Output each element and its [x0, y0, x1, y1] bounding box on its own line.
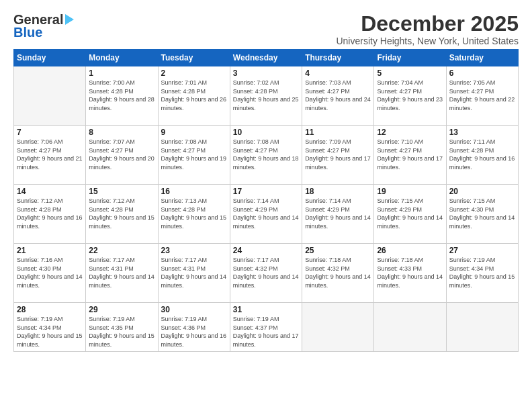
- calendar-cell: 10Sunrise: 7:08 AMSunset: 4:27 PMDayligh…: [230, 126, 302, 185]
- calendar-week-row: 14Sunrise: 7:12 AMSunset: 4:28 PMDayligh…: [14, 185, 519, 244]
- calendar-cell: [14, 66, 86, 126]
- header-sunday: Sunday: [14, 50, 86, 66]
- day-number: 15: [89, 187, 154, 196]
- day-info: Sunrise: 7:08 AMSunset: 4:27 PMDaylight:…: [233, 138, 299, 171]
- day-info: Sunrise: 7:19 AMSunset: 4:34 PMDaylight:…: [449, 256, 515, 289]
- calendar-cell: [446, 303, 518, 351]
- calendar-cell: 14Sunrise: 7:12 AMSunset: 4:28 PMDayligh…: [14, 185, 86, 244]
- day-number: 9: [161, 128, 227, 137]
- calendar-cell: 6Sunrise: 7:05 AMSunset: 4:27 PMDaylight…: [446, 66, 518, 126]
- calendar-header-row: Sunday Monday Tuesday Wednesday Thursday…: [14, 50, 519, 66]
- day-number: 28: [17, 305, 83, 314]
- calendar-cell: 25Sunrise: 7:18 AMSunset: 4:32 PMDayligh…: [302, 244, 374, 303]
- header: General Blue December 2025 University He…: [13, 12, 519, 46]
- page-subtitle: University Heights, New York, United Sta…: [336, 36, 519, 46]
- calendar-cell: 28Sunrise: 7:19 AMSunset: 4:34 PMDayligh…: [14, 303, 86, 351]
- calendar-cell: 1Sunrise: 7:00 AMSunset: 4:28 PMDaylight…: [86, 66, 158, 126]
- calendar-cell: 12Sunrise: 7:10 AMSunset: 4:27 PMDayligh…: [374, 126, 446, 185]
- calendar-cell: 27Sunrise: 7:19 AMSunset: 4:34 PMDayligh…: [446, 244, 518, 303]
- calendar-cell: 23Sunrise: 7:17 AMSunset: 4:31 PMDayligh…: [158, 244, 230, 303]
- day-number: 30: [161, 305, 227, 314]
- calendar-cell: 4Sunrise: 7:03 AMSunset: 4:27 PMDaylight…: [302, 66, 374, 126]
- calendar-cell: 20Sunrise: 7:15 AMSunset: 4:30 PMDayligh…: [446, 185, 518, 244]
- calendar-cell: 11Sunrise: 7:09 AMSunset: 4:27 PMDayligh…: [302, 126, 374, 185]
- day-info: Sunrise: 7:17 AMSunset: 4:31 PMDaylight:…: [161, 256, 227, 289]
- day-number: 16: [161, 187, 227, 196]
- day-number: 19: [377, 187, 443, 196]
- day-number: 5: [377, 68, 443, 78]
- calendar-cell: 31Sunrise: 7:19 AMSunset: 4:37 PMDayligh…: [230, 303, 302, 351]
- day-info: Sunrise: 7:19 AMSunset: 4:37 PMDaylight:…: [233, 315, 299, 349]
- day-number: 31: [233, 305, 299, 314]
- calendar-cell: 26Sunrise: 7:18 AMSunset: 4:33 PMDayligh…: [374, 244, 446, 303]
- logo: General Blue: [13, 12, 74, 40]
- day-number: 8: [89, 128, 154, 137]
- calendar-week-row: 21Sunrise: 7:16 AMSunset: 4:30 PMDayligh…: [14, 244, 519, 303]
- calendar-cell: [302, 303, 374, 351]
- day-number: 22: [89, 246, 154, 255]
- day-info: Sunrise: 7:12 AMSunset: 4:28 PMDaylight:…: [17, 197, 83, 230]
- day-info: Sunrise: 7:01 AMSunset: 4:28 PMDaylight:…: [161, 79, 227, 112]
- logo-arrow-icon: [65, 14, 74, 25]
- calendar-cell: 13Sunrise: 7:11 AMSunset: 4:28 PMDayligh…: [446, 126, 518, 185]
- logo-text-blue: Blue: [13, 25, 42, 40]
- day-info: Sunrise: 7:05 AMSunset: 4:27 PMDaylight:…: [449, 79, 515, 112]
- day-number: 1: [89, 68, 154, 78]
- day-number: 18: [305, 187, 371, 196]
- header-tuesday: Tuesday: [158, 50, 230, 66]
- header-wednesday: Wednesday: [230, 50, 302, 66]
- calendar-cell: 30Sunrise: 7:19 AMSunset: 4:36 PMDayligh…: [158, 303, 230, 351]
- day-number: 6: [449, 68, 515, 78]
- calendar-cell: 16Sunrise: 7:13 AMSunset: 4:28 PMDayligh…: [158, 185, 230, 244]
- day-info: Sunrise: 7:19 AMSunset: 4:35 PMDaylight:…: [89, 315, 154, 349]
- day-info: Sunrise: 7:09 AMSunset: 4:27 PMDaylight:…: [305, 138, 371, 171]
- day-number: 10: [233, 128, 299, 137]
- day-number: 3: [233, 68, 299, 78]
- header-saturday: Saturday: [446, 50, 518, 66]
- day-info: Sunrise: 7:14 AMSunset: 4:29 PMDaylight:…: [233, 197, 299, 230]
- calendar-cell: 17Sunrise: 7:14 AMSunset: 4:29 PMDayligh…: [230, 185, 302, 244]
- calendar-cell: 15Sunrise: 7:12 AMSunset: 4:28 PMDayligh…: [86, 185, 158, 244]
- title-block: December 2025 University Heights, New Yo…: [336, 12, 519, 46]
- day-number: 13: [449, 128, 515, 137]
- day-number: 29: [89, 305, 154, 314]
- day-number: 12: [377, 128, 443, 137]
- calendar-cell: [374, 303, 446, 351]
- day-number: 25: [305, 246, 371, 255]
- day-number: 14: [17, 187, 83, 196]
- day-number: 17: [233, 187, 299, 196]
- calendar-cell: 3Sunrise: 7:02 AMSunset: 4:28 PMDaylight…: [230, 66, 302, 126]
- calendar-table: Sunday Monday Tuesday Wednesday Thursday…: [13, 49, 519, 351]
- header-friday: Friday: [374, 50, 446, 66]
- day-info: Sunrise: 7:03 AMSunset: 4:27 PMDaylight:…: [305, 79, 371, 112]
- day-info: Sunrise: 7:06 AMSunset: 4:27 PMDaylight:…: [17, 138, 83, 171]
- page: General Blue December 2025 University He…: [0, 0, 532, 411]
- calendar-week-row: 1Sunrise: 7:00 AMSunset: 4:28 PMDaylight…: [14, 66, 519, 126]
- day-info: Sunrise: 7:17 AMSunset: 4:32 PMDaylight:…: [233, 256, 299, 289]
- day-info: Sunrise: 7:00 AMSunset: 4:28 PMDaylight:…: [89, 79, 154, 112]
- day-number: 24: [233, 246, 299, 255]
- day-info: Sunrise: 7:14 AMSunset: 4:29 PMDaylight:…: [305, 197, 371, 230]
- calendar-cell: 7Sunrise: 7:06 AMSunset: 4:27 PMDaylight…: [14, 126, 86, 185]
- day-number: 7: [17, 128, 83, 137]
- day-info: Sunrise: 7:19 AMSunset: 4:36 PMDaylight:…: [161, 315, 227, 349]
- day-info: Sunrise: 7:11 AMSunset: 4:28 PMDaylight:…: [449, 138, 515, 171]
- day-info: Sunrise: 7:15 AMSunset: 4:29 PMDaylight:…: [377, 197, 443, 230]
- day-number: 20: [449, 187, 515, 196]
- day-info: Sunrise: 7:15 AMSunset: 4:30 PMDaylight:…: [449, 197, 515, 230]
- day-info: Sunrise: 7:19 AMSunset: 4:34 PMDaylight:…: [17, 315, 83, 349]
- calendar-cell: 2Sunrise: 7:01 AMSunset: 4:28 PMDaylight…: [158, 66, 230, 126]
- day-number: 4: [305, 68, 371, 78]
- day-info: Sunrise: 7:08 AMSunset: 4:27 PMDaylight:…: [161, 138, 227, 171]
- calendar-cell: 8Sunrise: 7:07 AMSunset: 4:27 PMDaylight…: [86, 126, 158, 185]
- calendar-cell: 9Sunrise: 7:08 AMSunset: 4:27 PMDaylight…: [158, 126, 230, 185]
- calendar-cell: 5Sunrise: 7:04 AMSunset: 4:27 PMDaylight…: [374, 66, 446, 126]
- calendar-cell: 21Sunrise: 7:16 AMSunset: 4:30 PMDayligh…: [14, 244, 86, 303]
- day-info: Sunrise: 7:04 AMSunset: 4:27 PMDaylight:…: [377, 79, 443, 112]
- calendar-cell: 22Sunrise: 7:17 AMSunset: 4:31 PMDayligh…: [86, 244, 158, 303]
- calendar-cell: 24Sunrise: 7:17 AMSunset: 4:32 PMDayligh…: [230, 244, 302, 303]
- calendar-cell: 29Sunrise: 7:19 AMSunset: 4:35 PMDayligh…: [86, 303, 158, 351]
- day-info: Sunrise: 7:16 AMSunset: 4:30 PMDaylight:…: [17, 256, 83, 289]
- day-number: 27: [449, 246, 515, 255]
- day-info: Sunrise: 7:18 AMSunset: 4:32 PMDaylight:…: [305, 256, 371, 289]
